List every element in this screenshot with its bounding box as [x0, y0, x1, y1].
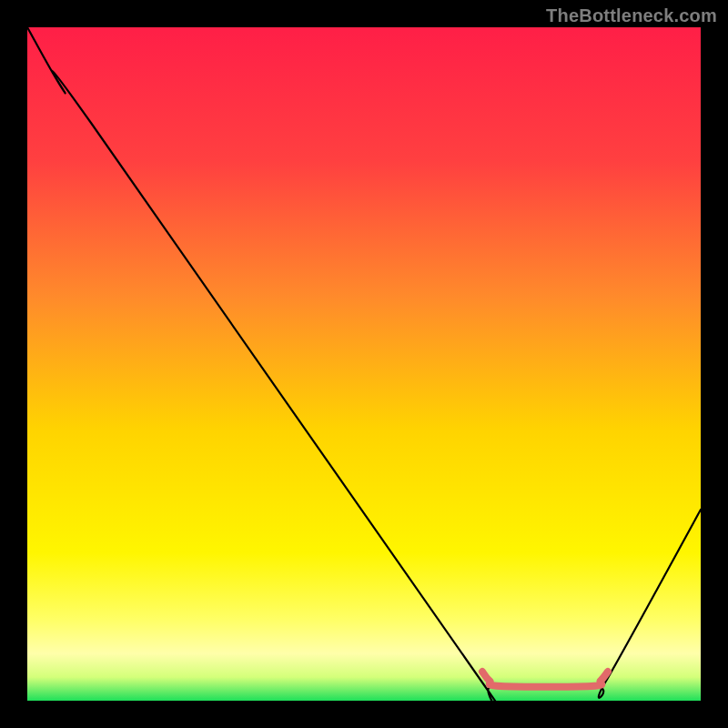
- plot-area: [27, 27, 701, 701]
- gradient-background: [27, 27, 701, 701]
- chart-frame: TheBottleneck.com: [0, 0, 728, 728]
- bottleneck-chart: [27, 27, 701, 701]
- attribution-text: TheBottleneck.com: [546, 5, 717, 26]
